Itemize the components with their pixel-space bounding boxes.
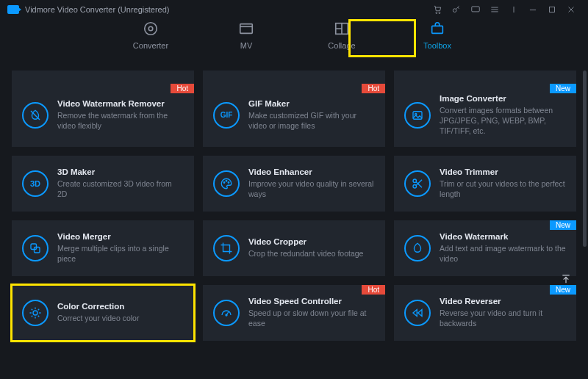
- svg-rect-7: [240, 24, 253, 34]
- gif-icon: GIF: [213, 102, 240, 129]
- tool-desc: Trim or cut your videos to the perfect l…: [440, 178, 566, 199]
- tool-color-correction[interactable]: Color Correction Correct your video colo…: [12, 285, 194, 341]
- tool-desc: Make customized GIF with your video or i…: [248, 110, 375, 131]
- svg-point-12: [223, 181, 225, 183]
- svg-point-14: [228, 181, 229, 183]
- tool-title: Video Watermark Remover: [57, 99, 184, 108]
- tool-title: Video Watermark: [440, 232, 566, 241]
- app-logo-icon: [7, 5, 19, 14]
- maximize-icon[interactable]: [542, 2, 562, 17]
- tool-title: Color Correction: [57, 302, 184, 311]
- scroll-to-top-button[interactable]: [559, 272, 573, 286]
- main-tabs: Converter MV Collage Toolbox: [0, 19, 588, 63]
- menu-icon[interactable]: [485, 2, 504, 17]
- new-badge: New: [550, 84, 576, 93]
- tool-title: Video Enhancer: [248, 167, 375, 176]
- scissors-icon: [404, 170, 431, 197]
- svg-rect-3: [472, 7, 480, 12]
- tool-desc: Speed up or slow down your file at ease: [248, 308, 375, 328]
- svg-point-2: [453, 9, 456, 12]
- tool-video-merger[interactable]: Video Merger Merge multiple clips into a…: [12, 220, 194, 276]
- tab-label: Converter: [133, 41, 168, 50]
- chat-icon[interactable]: [466, 2, 485, 17]
- minimize-icon[interactable]: [523, 2, 542, 17]
- tool-video-watermark[interactable]: New Video Watermark Add text and image w…: [394, 220, 576, 276]
- hot-badge: Hot: [362, 84, 385, 93]
- tool-title: Video Reverser: [440, 297, 566, 306]
- tab-label: MV: [240, 41, 253, 50]
- tool-video-trimmer[interactable]: Video Trimmer Trim or cut your videos to…: [394, 156, 576, 212]
- svg-rect-4: [550, 7, 555, 12]
- tool-desc: Improve your video quality in several wa…: [248, 178, 375, 199]
- divider-icon: [504, 2, 523, 17]
- svg-point-1: [439, 12, 440, 14]
- tool-image-converter[interactable]: New Image Converter Convert images forma…: [394, 84, 576, 147]
- tool-desc: Merge multiple clips into a single piece: [57, 243, 184, 264]
- app-title: Vidmore Video Converter (Unregistered): [25, 5, 169, 14]
- tool-title: Video Trimmer: [440, 167, 566, 176]
- scrollbar[interactable]: [583, 71, 587, 247]
- tool-desc: Create customized 3D video from 2D: [57, 178, 184, 199]
- tool-video-speed[interactable]: Hot Video Speed Controller Speed up or s…: [203, 285, 385, 341]
- svg-point-19: [33, 311, 37, 315]
- tool-watermark-remover[interactable]: Hot Video Watermark Remover Remove the w…: [12, 84, 194, 147]
- svg-rect-18: [35, 247, 40, 253]
- tool-desc: Correct your video color: [57, 313, 184, 323]
- tab-converter[interactable]: Converter: [124, 21, 177, 50]
- tool-title: Video Merger: [57, 232, 184, 241]
- tool-gif-maker[interactable]: Hot GIF GIF Maker Make customized GIF wi…: [203, 84, 385, 147]
- rewind-icon: [404, 300, 431, 326]
- tab-toolbox[interactable]: Toolbox: [411, 21, 464, 50]
- tool-title: GIF Maker: [248, 99, 375, 108]
- palette-icon: [213, 170, 240, 197]
- tool-video-cropper[interactable]: Video Cropper Crop the redundant video f…: [203, 220, 385, 276]
- svg-point-6: [148, 26, 153, 31]
- tool-video-reverser[interactable]: New Video Reverser Reverse your video an…: [394, 285, 576, 341]
- tool-title: Video Cropper: [248, 237, 375, 246]
- tool-video-enhancer[interactable]: Video Enhancer Improve your video qualit…: [203, 156, 385, 212]
- tool-desc: Crop the redundant video footage: [248, 248, 375, 259]
- image-converter-icon: [404, 102, 431, 129]
- titlebar: Vidmore Video Converter (Unregistered): [0, 0, 588, 19]
- key-icon[interactable]: [447, 2, 466, 17]
- svg-point-13: [226, 180, 227, 181]
- svg-rect-10: [413, 112, 422, 120]
- tool-desc: Reverse your video and turn it backwards: [440, 308, 566, 328]
- watermark-icon: [404, 235, 431, 261]
- svg-point-20: [226, 314, 227, 316]
- tab-mv[interactable]: MV: [220, 21, 273, 50]
- new-badge: New: [550, 220, 576, 230]
- tab-label: Collage: [328, 41, 355, 50]
- cart-icon[interactable]: [428, 2, 447, 17]
- watermark-remover-icon: [22, 102, 49, 129]
- three-d-icon: 3D: [22, 170, 49, 197]
- tool-desc: Add text and image watermark to the vide…: [440, 243, 566, 264]
- svg-point-0: [436, 12, 437, 14]
- tool-title: 3D Maker: [57, 167, 184, 176]
- tab-collage[interactable]: Collage: [315, 21, 368, 50]
- svg-rect-9: [432, 26, 443, 33]
- hot-badge: Hot: [362, 285, 385, 295]
- tool-desc: Convert images formats between JPG/JPEG,…: [440, 105, 566, 137]
- tool-grid: Hot Video Watermark Remover Remove the w…: [0, 63, 588, 379]
- svg-point-5: [145, 23, 157, 35]
- merge-icon: [22, 235, 49, 261]
- tool-title: Image Converter: [440, 94, 566, 103]
- tool-title: Video Speed Controller: [248, 297, 375, 306]
- crop-icon: [213, 235, 240, 261]
- tab-label: Toolbox: [423, 41, 451, 50]
- tool-3d-maker[interactable]: 3D 3D Maker Create customized 3D video f…: [12, 156, 194, 212]
- svg-rect-17: [31, 244, 37, 250]
- hot-badge: Hot: [171, 84, 194, 93]
- close-icon[interactable]: [562, 2, 581, 17]
- tool-desc: Remove the watermark from the video flex…: [57, 110, 184, 131]
- speedometer-icon: [213, 300, 240, 326]
- brightness-icon: [22, 300, 49, 326]
